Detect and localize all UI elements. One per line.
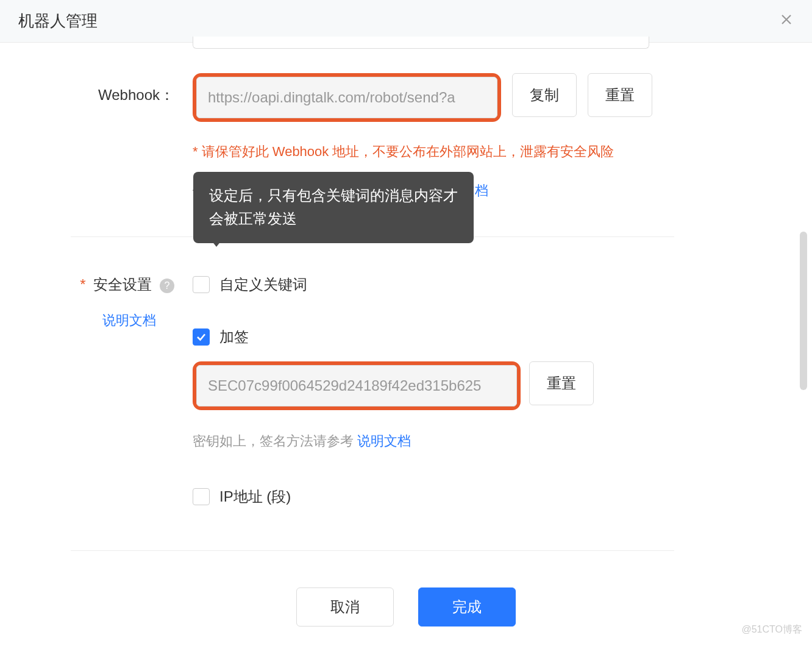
secret-note: 密钥如上，签名方法请参考 说明文档	[193, 432, 794, 450]
webhook-input[interactable]	[196, 77, 497, 118]
sign-label: 加签	[219, 327, 249, 347]
secret-highlight	[193, 361, 521, 410]
custom-keyword-checkbox[interactable]	[193, 276, 210, 293]
cancel-button[interactable]: 取消	[296, 587, 394, 626]
reset-secret-button[interactable]: 重置	[529, 361, 594, 405]
ip-range-checkbox[interactable]	[193, 488, 210, 505]
section-divider-2	[71, 550, 674, 551]
reset-webhook-button[interactable]: 重置	[588, 73, 652, 117]
keyword-tooltip: 设定后，只有包含关键词的消息内容才会被正常发送	[193, 172, 474, 243]
security-label: * 安全设置 ?	[18, 275, 174, 294]
webhook-label-col	[18, 37, 193, 73]
ip-range-label: IP地址 (段)	[219, 487, 291, 506]
required-star-icon: *	[80, 276, 85, 293]
security-doc-link[interactable]: 说明文档	[18, 311, 174, 330]
sign-doc-link[interactable]: 说明文档	[357, 433, 411, 449]
custom-keyword-label: 自定义关键词	[219, 275, 307, 294]
webhook-highlight	[193, 73, 501, 122]
sign-option-block: 加签 重置 密钥如上，签名方法请参考 说明文档	[193, 327, 794, 450]
confirm-button[interactable]: 完成	[418, 587, 516, 626]
security-row: * 安全设置 ? 说明文档 自定义关键词 加签	[18, 275, 794, 506]
modal-body: Webhook： 复制 重置 * 请保管好此 Webhook 地址，不要公布在外…	[0, 37, 812, 551]
webhook-row	[18, 37, 794, 73]
close-icon[interactable]	[779, 12, 794, 30]
modal-title: 机器人管理	[18, 10, 98, 32]
secret-input[interactable]	[196, 365, 517, 406]
scrollbar-track[interactable]	[800, 49, 807, 494]
watermark: @51CTO博客	[741, 623, 802, 636]
sign-option: 加签	[193, 327, 794, 347]
help-icon[interactable]: ?	[160, 279, 174, 293]
tooltip-text: 设定后，只有包含关键词的消息内容才会被正常发送	[209, 187, 458, 227]
scrollbar-thumb[interactable]	[800, 232, 807, 390]
webhook-label: Webhook：	[18, 73, 193, 105]
clipped-field-above	[193, 37, 649, 49]
custom-keyword-option: 自定义关键词	[193, 275, 794, 294]
sign-checkbox[interactable]	[193, 328, 210, 346]
modal-footer: 取消 完成	[0, 587, 812, 626]
ip-range-option: IP地址 (段)	[193, 487, 794, 506]
webhook-warning: * 请保管好此 Webhook 地址，不要公布在外部网站上，泄露有安全风险	[193, 143, 794, 161]
copy-button[interactable]: 复制	[512, 73, 577, 117]
